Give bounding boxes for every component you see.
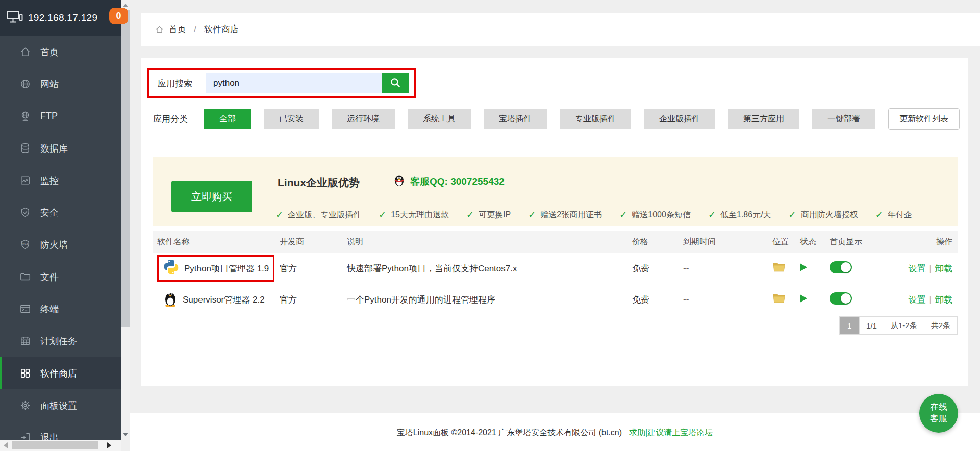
promo-banner: 立即购买 Linux企业版优势 客服QQ: 3007255432 ✓企业版、专业…	[153, 157, 958, 226]
folder-icon	[19, 271, 31, 283]
sidebar-item-panel-settings[interactable]: 面板设置	[0, 389, 121, 421]
grid-icon	[19, 367, 31, 380]
update-software-list-button[interactable]: 更新软件列表	[888, 108, 960, 130]
sidebar-item-ftp[interactable]: FTP	[0, 100, 121, 132]
online-service-label-line2: 客服	[930, 413, 947, 425]
category-tab-enterprise-plugins[interactable]: 企业版插件	[644, 109, 715, 129]
sidebar-item-label: 文件	[40, 271, 59, 283]
sidebar-item-files[interactable]: 文件	[0, 261, 121, 293]
online-service-button[interactable]: 在线 客服	[919, 394, 958, 433]
online-service-label-line1: 在线	[930, 402, 947, 413]
app-description: 一个Python开发的通用的进程管理程序	[343, 294, 628, 306]
col-header-location: 位置	[768, 237, 796, 247]
settings-link[interactable]: 设置	[909, 264, 926, 273]
sidebar-item-label: 监控	[40, 174, 59, 187]
service-running-icon[interactable]	[800, 263, 807, 271]
category-tab-third-party[interactable]: 第三方应用	[728, 109, 799, 129]
horizontal-scrollbar[interactable]	[0, 440, 121, 451]
promo-features: ✓企业版、专业版插件 ✓15天无理由退款 ✓可更换IP ✓赠送2张商用证书 ✓赠…	[275, 209, 912, 220]
check-icon: ✓	[528, 209, 536, 220]
pagination-pages: 1/1	[860, 316, 884, 335]
shield-check-icon	[19, 207, 31, 219]
sidebar-item-monitor[interactable]: 监控	[0, 164, 121, 196]
breadcrumb-current: 软件商店	[204, 23, 239, 35]
category-tab-runtime[interactable]: 运行环境	[332, 109, 395, 129]
search-annotation-box: 应用搜索	[147, 68, 416, 98]
sidebar-item-label: 软件商店	[40, 367, 77, 380]
sidebar-item-label: 数据库	[40, 142, 68, 155]
col-header-description: 说明	[343, 237, 628, 247]
app-name: Python项目管理器 1.9	[184, 263, 269, 274]
category-tab-bt-plugins[interactable]: 宝塔插件	[484, 109, 547, 129]
scroll-left-arrow-icon[interactable]	[4, 442, 8, 448]
promo-feature: ✓赠送1000条短信	[619, 209, 691, 220]
table-header-row: 软件名称 开发商 说明 价格 到期时间 位置 状态 首页显示 操作	[153, 231, 958, 253]
scroll-down-arrow-icon[interactable]	[123, 433, 128, 436]
qq-contact: 客服QQ: 3007255432	[393, 173, 505, 189]
scroll-up-arrow-icon[interactable]	[123, 4, 128, 7]
col-header-actions: 操作	[876, 237, 958, 247]
category-tab-system-tools[interactable]: 系统工具	[408, 109, 471, 129]
vertical-scrollbar[interactable]	[121, 0, 130, 440]
col-header-expiry: 到期时间	[679, 237, 768, 247]
breadcrumb-home-link[interactable]: 首页	[169, 23, 186, 35]
footer-help-link[interactable]: 求助|建议请上宝塔论坛	[629, 428, 713, 438]
settings-link[interactable]: 设置	[909, 295, 926, 305]
qq-penguin-icon	[393, 173, 406, 189]
sidebar-item-terminal[interactable]: 终端	[0, 293, 121, 325]
app-price: 免费	[628, 263, 679, 274]
sidebar-item-label: 网站	[40, 78, 59, 90]
search-button[interactable]	[382, 73, 409, 93]
sidebar-item-database[interactable]: 数据库	[0, 132, 121, 164]
search-input[interactable]	[206, 73, 382, 93]
breadcrumb-home-icon	[155, 24, 164, 34]
sidebar-item-cron[interactable]: 计划任务	[0, 325, 121, 357]
pagination: 1 1/1 从1-2条 共2条	[839, 316, 958, 335]
globe-icon	[19, 78, 31, 90]
app-name-annotation-box: Python项目管理器 1.9	[157, 255, 274, 282]
sidebar-item-label: 防火墙	[40, 239, 68, 251]
promo-feature: ✓商用防火墙授权	[789, 209, 858, 220]
python-logo-icon	[163, 259, 180, 278]
server-ip: 192.168.17.129	[28, 12, 97, 23]
category-tab-pro-plugins[interactable]: 专业版插件	[560, 109, 631, 129]
category-label: 应用分类	[153, 113, 188, 125]
app-description: 快速部署Python项目，当前仅支持Centos7.x	[343, 263, 628, 274]
promo-feature: ✓年付企	[875, 209, 912, 220]
show-on-home-toggle[interactable]	[830, 292, 852, 305]
scroll-right-arrow-icon[interactable]	[107, 442, 111, 448]
sidebar-item-home[interactable]: 首页	[0, 36, 121, 68]
sidebar-item-website[interactable]: 网站	[0, 68, 121, 100]
promo-feature: ✓15天无理由退款	[379, 209, 449, 220]
horizontal-scrollbar-thumb[interactable]	[12, 441, 98, 449]
uninstall-link[interactable]: 卸载	[935, 295, 952, 305]
category-tab-all[interactable]: 全部	[204, 109, 251, 129]
app-expiry: --	[679, 263, 768, 273]
vertical-scrollbar-thumb[interactable]	[121, 10, 130, 327]
col-header-name: 软件名称	[153, 237, 275, 247]
uninstall-link[interactable]: 卸载	[935, 264, 952, 273]
category-bar: 应用分类 全部 已安装 运行环境 系统工具 宝塔插件 专业版插件 企业版插件 第…	[153, 108, 958, 130]
pagination-page-1[interactable]: 1	[839, 316, 860, 335]
open-location-folder-icon[interactable]	[772, 296, 786, 306]
col-header-developer: 开发商	[275, 237, 343, 247]
sidebar-nav: 首页 网站 FTP 数据库 监控 安全 WAF	[0, 36, 121, 451]
sidebar-item-app-store[interactable]: 软件商店	[0, 357, 121, 389]
notification-badge[interactable]: 0	[109, 8, 128, 24]
table-row-supervisor-manager: Supervisor管理器 2.2 官方 一个Python开发的通用的进程管理程…	[153, 284, 958, 315]
qq-contact-text: 客服QQ: 3007255432	[410, 175, 505, 188]
footer-copyright: 宝塔Linux面板 ©2014-2021 广东堡塔安全技术有限公司 (bt.cn…	[397, 428, 622, 438]
open-location-folder-icon[interactable]	[772, 265, 786, 274]
search-label: 应用搜索	[149, 78, 206, 89]
sidebar-item-security[interactable]: 安全	[0, 196, 121, 229]
show-on-home-toggle[interactable]	[830, 261, 852, 273]
app-store-card: 应用搜索 应用分类 全部 已安装 运行环境 系统工具 宝塔插件 专业版插件 企业…	[141, 58, 968, 386]
action-separator: |	[929, 264, 932, 273]
service-running-icon[interactable]	[800, 294, 807, 303]
buy-now-button[interactable]: 立即购买	[171, 181, 252, 212]
gear-icon	[19, 399, 31, 412]
svg-text:WAF: WAF	[22, 243, 28, 246]
sidebar-item-firewall[interactable]: WAF 防火墙	[0, 229, 121, 261]
category-tab-one-click[interactable]: 一键部署	[812, 109, 875, 129]
category-tab-installed[interactable]: 已安装	[264, 109, 319, 129]
